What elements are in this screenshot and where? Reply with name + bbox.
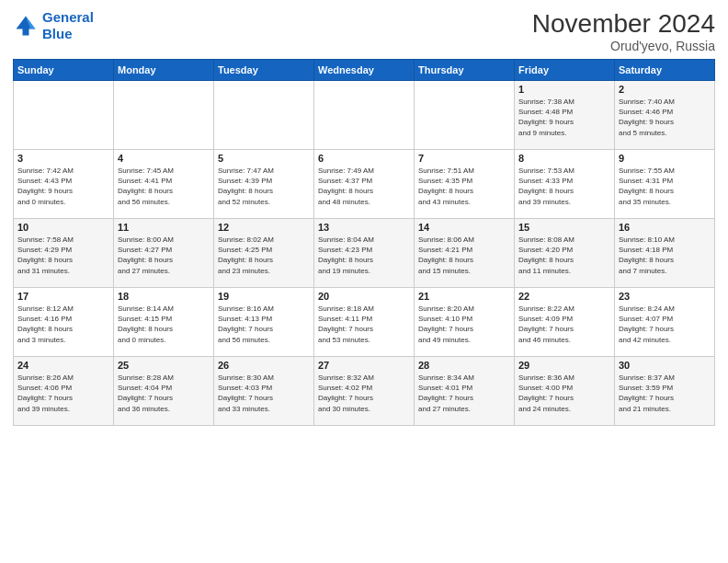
calendar-cell: 10Sunrise: 7:58 AM Sunset: 4:29 PM Dayli…: [14, 219, 114, 288]
calendar-week-1: 1Sunrise: 7:38 AM Sunset: 4:48 PM Daylig…: [14, 81, 715, 150]
day-info: Sunrise: 8:10 AM Sunset: 4:18 PM Dayligh…: [619, 235, 711, 276]
day-number: 7: [418, 153, 510, 164]
calendar-cell: [415, 81, 515, 150]
day-info: Sunrise: 8:26 AM Sunset: 4:06 PM Dayligh…: [17, 373, 109, 414]
calendar-cell: 27Sunrise: 8:32 AM Sunset: 4:02 PM Dayli…: [314, 357, 415, 426]
calendar-cell: 8Sunrise: 7:53 AM Sunset: 4:33 PM Daylig…: [515, 150, 615, 219]
day-number: 13: [318, 222, 410, 233]
day-header-saturday: Saturday: [615, 60, 715, 81]
day-header-friday: Friday: [515, 60, 615, 81]
calendar-cell: 7Sunrise: 7:51 AM Sunset: 4:35 PM Daylig…: [415, 150, 515, 219]
calendar-cell: [214, 81, 314, 150]
day-number: 28: [418, 360, 510, 371]
calendar-cell: 14Sunrise: 8:06 AM Sunset: 4:21 PM Dayli…: [415, 219, 515, 288]
calendar-cell: 11Sunrise: 8:00 AM Sunset: 4:27 PM Dayli…: [114, 219, 214, 288]
day-header-sunday: Sunday: [14, 60, 114, 81]
calendar-cell: 6Sunrise: 7:49 AM Sunset: 4:37 PM Daylig…: [314, 150, 415, 219]
calendar: SundayMondayTuesdayWednesdayThursdayFrid…: [13, 59, 715, 426]
calendar-cell: 3Sunrise: 7:42 AM Sunset: 4:43 PM Daylig…: [14, 150, 114, 219]
calendar-cell: 26Sunrise: 8:30 AM Sunset: 4:03 PM Dayli…: [214, 357, 314, 426]
day-info: Sunrise: 7:45 AM Sunset: 4:41 PM Dayligh…: [118, 166, 210, 207]
calendar-cell: 28Sunrise: 8:34 AM Sunset: 4:01 PM Dayli…: [415, 357, 515, 426]
title-block: November 2024 Orud'yevo, Russia: [532, 9, 715, 53]
day-number: 11: [118, 222, 210, 233]
day-number: 22: [518, 291, 610, 302]
day-number: 12: [218, 222, 310, 233]
day-info: Sunrise: 8:02 AM Sunset: 4:25 PM Dayligh…: [218, 235, 310, 276]
logo: General Blue: [13, 9, 94, 42]
day-number: 18: [118, 291, 210, 302]
day-info: Sunrise: 7:51 AM Sunset: 4:35 PM Dayligh…: [418, 166, 510, 207]
calendar-cell: 24Sunrise: 8:26 AM Sunset: 4:06 PM Dayli…: [14, 357, 114, 426]
day-info: Sunrise: 7:49 AM Sunset: 4:37 PM Dayligh…: [318, 166, 410, 207]
day-header-thursday: Thursday: [415, 60, 515, 81]
day-info: Sunrise: 8:24 AM Sunset: 4:07 PM Dayligh…: [619, 304, 711, 345]
day-number: 2: [619, 84, 711, 95]
day-number: 1: [518, 84, 610, 95]
calendar-cell: 25Sunrise: 8:28 AM Sunset: 4:04 PM Dayli…: [114, 357, 214, 426]
day-number: 26: [218, 360, 310, 371]
logo-icon: [13, 13, 39, 39]
day-number: 25: [118, 360, 210, 371]
day-header-tuesday: Tuesday: [214, 60, 314, 81]
day-info: Sunrise: 8:08 AM Sunset: 4:20 PM Dayligh…: [518, 235, 610, 276]
day-info: Sunrise: 8:36 AM Sunset: 4:00 PM Dayligh…: [518, 373, 610, 414]
day-info: Sunrise: 8:06 AM Sunset: 4:21 PM Dayligh…: [418, 235, 510, 276]
calendar-cell: 9Sunrise: 7:55 AM Sunset: 4:31 PM Daylig…: [615, 150, 715, 219]
day-number: 6: [318, 153, 410, 164]
day-number: 15: [518, 222, 610, 233]
day-info: Sunrise: 8:34 AM Sunset: 4:01 PM Dayligh…: [418, 373, 510, 414]
calendar-week-3: 10Sunrise: 7:58 AM Sunset: 4:29 PM Dayli…: [14, 219, 715, 288]
calendar-cell: 5Sunrise: 7:47 AM Sunset: 4:39 PM Daylig…: [214, 150, 314, 219]
day-header-wednesday: Wednesday: [314, 60, 415, 81]
calendar-cell: [114, 81, 214, 150]
calendar-cell: 23Sunrise: 8:24 AM Sunset: 4:07 PM Dayli…: [615, 288, 715, 357]
day-info: Sunrise: 8:18 AM Sunset: 4:11 PM Dayligh…: [318, 304, 410, 345]
day-info: Sunrise: 8:14 AM Sunset: 4:15 PM Dayligh…: [118, 304, 210, 345]
calendar-cell: 4Sunrise: 7:45 AM Sunset: 4:41 PM Daylig…: [114, 150, 214, 219]
day-info: Sunrise: 8:30 AM Sunset: 4:03 PM Dayligh…: [218, 373, 310, 414]
calendar-cell: 13Sunrise: 8:04 AM Sunset: 4:23 PM Dayli…: [314, 219, 415, 288]
day-info: Sunrise: 8:04 AM Sunset: 4:23 PM Dayligh…: [318, 235, 410, 276]
day-number: 5: [218, 153, 310, 164]
day-number: 21: [418, 291, 510, 302]
page: General Blue November 2024 Orud'yevo, Ru…: [0, 0, 728, 563]
calendar-cell: 21Sunrise: 8:20 AM Sunset: 4:10 PM Dayli…: [415, 288, 515, 357]
day-info: Sunrise: 8:20 AM Sunset: 4:10 PM Dayligh…: [418, 304, 510, 345]
calendar-cell: 29Sunrise: 8:36 AM Sunset: 4:00 PM Dayli…: [515, 357, 615, 426]
day-number: 16: [619, 222, 711, 233]
day-number: 24: [17, 360, 109, 371]
calendar-cell: [14, 81, 114, 150]
day-info: Sunrise: 7:40 AM Sunset: 4:46 PM Dayligh…: [619, 97, 711, 138]
day-number: 10: [17, 222, 109, 233]
day-number: 19: [218, 291, 310, 302]
day-number: 4: [118, 153, 210, 164]
calendar-cell: 30Sunrise: 8:37 AM Sunset: 3:59 PM Dayli…: [615, 357, 715, 426]
day-number: 27: [318, 360, 410, 371]
calendar-week-4: 17Sunrise: 8:12 AM Sunset: 4:16 PM Dayli…: [14, 288, 715, 357]
day-info: Sunrise: 8:22 AM Sunset: 4:09 PM Dayligh…: [518, 304, 610, 345]
calendar-cell: 18Sunrise: 8:14 AM Sunset: 4:15 PM Dayli…: [114, 288, 214, 357]
calendar-cell: 15Sunrise: 8:08 AM Sunset: 4:20 PM Dayli…: [515, 219, 615, 288]
calendar-cell: 19Sunrise: 8:16 AM Sunset: 4:13 PM Dayli…: [214, 288, 314, 357]
day-number: 14: [418, 222, 510, 233]
calendar-cell: 12Sunrise: 8:02 AM Sunset: 4:25 PM Dayli…: [214, 219, 314, 288]
calendar-cell: 17Sunrise: 8:12 AM Sunset: 4:16 PM Dayli…: [14, 288, 114, 357]
header: General Blue November 2024 Orud'yevo, Ru…: [13, 9, 715, 53]
month-title: November 2024: [532, 9, 715, 39]
day-info: Sunrise: 8:12 AM Sunset: 4:16 PM Dayligh…: [17, 304, 109, 345]
day-info: Sunrise: 7:53 AM Sunset: 4:33 PM Dayligh…: [518, 166, 610, 207]
calendar-cell: [314, 81, 415, 150]
day-info: Sunrise: 8:00 AM Sunset: 4:27 PM Dayligh…: [118, 235, 210, 276]
day-info: Sunrise: 7:58 AM Sunset: 4:29 PM Dayligh…: [17, 235, 109, 276]
calendar-week-5: 24Sunrise: 8:26 AM Sunset: 4:06 PM Dayli…: [14, 357, 715, 426]
day-info: Sunrise: 7:55 AM Sunset: 4:31 PM Dayligh…: [619, 166, 711, 207]
day-info: Sunrise: 8:28 AM Sunset: 4:04 PM Dayligh…: [118, 373, 210, 414]
day-number: 17: [17, 291, 109, 302]
day-number: 8: [518, 153, 610, 164]
calendar-cell: 2Sunrise: 7:40 AM Sunset: 4:46 PM Daylig…: [615, 81, 715, 150]
day-info: Sunrise: 8:37 AM Sunset: 3:59 PM Dayligh…: [619, 373, 711, 414]
day-info: Sunrise: 8:16 AM Sunset: 4:13 PM Dayligh…: [218, 304, 310, 345]
day-info: Sunrise: 7:38 AM Sunset: 4:48 PM Dayligh…: [518, 97, 610, 138]
calendar-cell: 20Sunrise: 8:18 AM Sunset: 4:11 PM Dayli…: [314, 288, 415, 357]
